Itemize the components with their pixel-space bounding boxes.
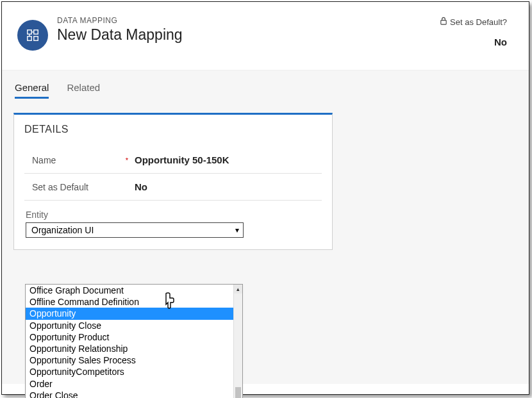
dropdown-item[interactable]: Opportunity Sales Process [26, 354, 242, 366]
tab-related[interactable]: Related [67, 82, 100, 99]
scrollbar-track[interactable]: ▴ [233, 285, 242, 398]
scrollbar-thumb[interactable] [235, 387, 241, 398]
dropdown-item[interactable]: Office Graph Document [26, 285, 242, 296]
scrollbar-up-arrow[interactable]: ▴ [234, 285, 242, 294]
tab-general[interactable]: General [15, 82, 49, 99]
default-input[interactable]: No [135, 181, 147, 192]
set-default-label-text: Set as Default? [450, 17, 507, 27]
dropdown-item[interactable]: Order Close [26, 390, 242, 398]
chevron-down-icon: ▾ [235, 226, 239, 235]
set-default-value: No [440, 37, 507, 47]
set-default-block: Set as Default? No [440, 16, 513, 47]
svg-rect-6 [441, 21, 446, 24]
svg-rect-2 [28, 37, 31, 40]
field-label-default: Set as Default [32, 182, 135, 192]
details-card: DETAILS Name * Opportunity 50-150K Set a… [13, 113, 333, 250]
entity-section: Entity Organization UI ▾ [24, 210, 322, 238]
dropdown-item[interactable]: Opportunity Close [26, 320, 242, 331]
lock-icon [440, 17, 447, 27]
svg-rect-3 [34, 37, 38, 40]
app-window: DATA MAPPING New Data Mapping Set as Def… [1, 1, 529, 395]
field-label-name: Name * [32, 155, 135, 165]
dropdown-item[interactable]: Order [26, 378, 242, 390]
name-input[interactable]: Opportunity 50-150K [135, 154, 229, 165]
entity-label: Entity [26, 210, 320, 220]
title-block: DATA MAPPING New Data Mapping [57, 16, 440, 44]
field-row-name: Name * Opportunity 50-150K [24, 147, 322, 174]
set-default-label: Set as Default? [440, 17, 507, 27]
entity-select-value: Organization UI [31, 225, 235, 235]
data-mapping-icon [17, 20, 48, 51]
dropdown-item[interactable]: Opportunity [26, 308, 242, 319]
dropdown-item[interactable]: Opportunity Relationship [26, 343, 242, 354]
eyebrow-label: DATA MAPPING [57, 16, 440, 25]
page-title: New Data Mapping [57, 26, 440, 44]
dropdown-item[interactable]: Opportunity Product [26, 331, 242, 343]
details-card-title: DETAILS [24, 124, 322, 135]
svg-rect-1 [34, 30, 38, 34]
required-indicator: * [126, 156, 128, 164]
name-label-text: Name [32, 155, 56, 165]
field-row-default: Set as Default No [24, 174, 322, 201]
entity-select[interactable]: Organization UI ▾ [26, 222, 244, 238]
entity-dropdown[interactable]: ▴ Office Graph DocumentOffline Command D… [25, 284, 243, 398]
page-header: DATA MAPPING New Data Mapping Set as Def… [2, 2, 529, 70]
dropdown-item[interactable]: OpportunityCompetitors [26, 366, 242, 377]
dropdown-item[interactable]: Offline Command Definition [26, 296, 242, 308]
svg-rect-0 [28, 30, 31, 34]
tab-bar: General Related [13, 82, 517, 99]
